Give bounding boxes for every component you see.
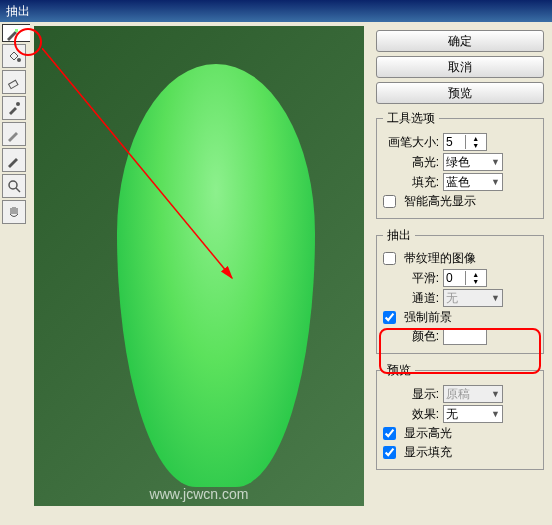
textured-checkbox[interactable]: [383, 252, 396, 265]
effect-label: 效果:: [383, 406, 439, 423]
fill-label: 填充:: [383, 174, 439, 191]
preview-group: 预览 显示: 原稿▼ 效果: 无▼ 显示高光 显示填充: [376, 362, 544, 470]
highlight-label: 高光:: [383, 154, 439, 171]
show-select: 原稿▼: [443, 385, 503, 403]
smooth-input[interactable]: 0▲▼: [443, 269, 487, 287]
brush-size-label: 画笔大小:: [383, 134, 439, 151]
smooth-label: 平滑:: [383, 270, 439, 287]
preview-button[interactable]: 预览: [376, 82, 544, 104]
extract-legend: 抽出: [383, 227, 415, 244]
fill-tool[interactable]: [2, 44, 26, 68]
color-swatch[interactable]: [443, 329, 487, 345]
dialog-body: www.jcwcn.com 确定 取消 预览 工具选项 画笔大小: 5▲▼ 高光…: [0, 22, 552, 525]
svg-rect-0: [15, 29, 18, 32]
svg-line-5: [16, 188, 20, 192]
dialog-title: 抽出: [0, 0, 552, 22]
edge-touchup-tool[interactable]: [2, 148, 26, 172]
color-label: 颜色:: [383, 328, 439, 345]
show-label: 显示:: [383, 386, 439, 403]
tool-palette: [0, 22, 30, 525]
options-panel: 确定 取消 预览 工具选项 画笔大小: 5▲▼ 高光: 绿色▼ 填充: 蓝色▼ …: [370, 22, 550, 525]
channel-select: 无▼: [443, 289, 503, 307]
preview-legend: 预览: [383, 362, 415, 379]
smart-highlight-label: 智能高光显示: [404, 193, 476, 210]
svg-point-1: [17, 58, 21, 62]
show-fill-checkbox[interactable]: [383, 446, 396, 459]
watermark: www.jcwcn.com: [34, 486, 364, 502]
hand-tool[interactable]: [2, 200, 26, 224]
eyedropper-tool[interactable]: [2, 96, 26, 120]
cancel-button[interactable]: 取消: [376, 56, 544, 78]
smart-highlight-checkbox[interactable]: [383, 195, 396, 208]
tool-options-legend: 工具选项: [383, 110, 439, 127]
show-highlight-checkbox[interactable]: [383, 427, 396, 440]
textured-label: 带纹理的图像: [404, 250, 476, 267]
image-preview[interactable]: www.jcwcn.com: [34, 26, 364, 506]
tool-options-group: 工具选项 画笔大小: 5▲▼ 高光: 绿色▼ 填充: 蓝色▼ 智能高光显示: [376, 110, 544, 219]
channel-label: 通道:: [383, 290, 439, 307]
highlight-select[interactable]: 绿色▼: [443, 153, 503, 171]
show-highlight-label: 显示高光: [404, 425, 452, 442]
svg-point-3: [16, 102, 20, 106]
force-fg-checkbox[interactable]: [383, 311, 396, 324]
show-fill-label: 显示填充: [404, 444, 452, 461]
eraser-tool[interactable]: [2, 70, 26, 94]
cleanup-tool[interactable]: [2, 122, 26, 146]
svg-point-4: [9, 181, 17, 189]
zoom-tool[interactable]: [2, 174, 26, 198]
ok-button[interactable]: 确定: [376, 30, 544, 52]
fill-select[interactable]: 蓝色▼: [443, 173, 503, 191]
preview-canvas: www.jcwcn.com: [30, 22, 370, 522]
force-fg-label: 强制前景: [404, 309, 452, 326]
effect-select[interactable]: 无▼: [443, 405, 503, 423]
svg-rect-2: [9, 80, 18, 88]
brush-size-input[interactable]: 5▲▼: [443, 133, 487, 151]
extract-group: 抽出 带纹理的图像 平滑: 0▲▼ 通道: 无▼ 强制前景 颜色:: [376, 227, 544, 354]
